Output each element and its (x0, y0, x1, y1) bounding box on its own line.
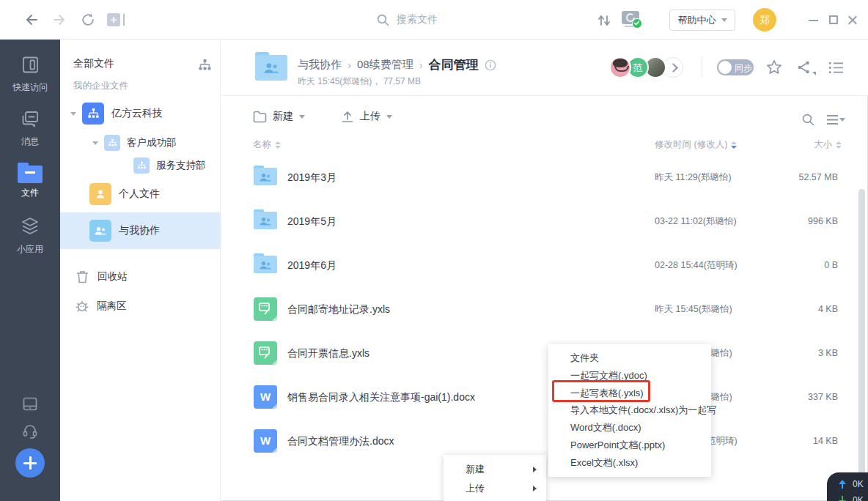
favorite-star-icon[interactable] (766, 59, 782, 75)
tree-node-service-support[interactable]: 服务支持部 (133, 157, 206, 174)
upload-button[interactable]: 上传 (341, 110, 392, 123)
view-list-icon[interactable] (828, 61, 844, 75)
new-button[interactable]: 新建 (253, 110, 305, 123)
help-center-button[interactable]: 帮助中心 (669, 10, 735, 31)
share-icon[interactable] (797, 60, 816, 76)
download-arrow-icon (839, 496, 846, 501)
submenu-arrow-icon (533, 467, 537, 472)
refresh-icon[interactable] (81, 12, 95, 27)
breadcrumb-item[interactable]: 与我协作 (298, 58, 342, 72)
tree-node-company[interactable]: 亿方云科技 (70, 103, 163, 125)
chevron-down-icon (839, 118, 845, 122)
word-doc-icon: W (254, 385, 277, 409)
vertical-scrollbar[interactable] (858, 189, 865, 487)
file-modified: 昨天 15:45(郑璐怡) (655, 287, 732, 331)
list-search-icon[interactable] (802, 114, 814, 126)
nav-messages[interactable]: 消息 (0, 110, 60, 148)
files-icon (18, 163, 43, 183)
support-headset-icon[interactable] (22, 423, 38, 439)
submenu-powerpoint[interactable]: PowerPoint文档(.pptx) (548, 437, 711, 454)
collaborator-avatar[interactable] (609, 56, 631, 78)
chevron-down-icon (721, 18, 727, 22)
column-label: 修改时间 (修改人) (655, 138, 727, 151)
org-structure-icon[interactable] (198, 59, 212, 72)
breadcrumb-item[interactable]: 08续费管理 (357, 58, 413, 72)
breadcrumb-separator: › (347, 59, 351, 71)
nav-mini-apps[interactable]: 小应用 (0, 216, 60, 256)
window-maximize-button[interactable] (829, 15, 838, 24)
department-icon (104, 135, 120, 151)
transfer-speed-widget[interactable]: 0K 0K (827, 472, 868, 501)
sort-icon (275, 141, 281, 149)
trash-icon (76, 270, 89, 283)
transfer-list-icon[interactable] (597, 13, 611, 28)
file-row[interactable]: W 销售易合同录入相关注意事项-gai(1).docx 昨天 15:45(郑璐怡… (221, 375, 868, 419)
add-button[interactable] (15, 448, 45, 478)
shared-folder-icon (254, 209, 277, 229)
submenu-word[interactable]: Word文档(.docx) (548, 419, 711, 437)
tree-node-personal-files[interactable]: 个人文件 (89, 183, 160, 205)
file-name: 销售易合同录入相关注意事项-gai(1).docx (287, 375, 475, 419)
new-tab-button[interactable]: + (107, 13, 120, 26)
text-cursor (123, 14, 125, 26)
column-header-size[interactable]: 大小 (814, 138, 842, 151)
sync-status-icon[interactable] (622, 10, 642, 29)
collapse-caret-icon[interactable] (92, 141, 98, 145)
list-filter-icon[interactable] (826, 114, 845, 126)
file-size: 52.57 MB (798, 155, 838, 199)
folder-tree-panel: 全部文件 我的企业文件 亿方云科技 客户成功部 服务支持部 (60, 40, 221, 501)
file-name: 合同邮寄地址记录.yxls (287, 287, 390, 331)
nav-quick-access[interactable]: 快速访问 (0, 55, 60, 94)
submenu-import-local[interactable]: 导入本地文件(.docx/.xlsx)为一起写 (548, 401, 711, 419)
search-placeholder: 搜索文件 (397, 13, 438, 26)
sort-icon (836, 141, 842, 149)
yxls-spreadsheet-icon (254, 297, 277, 321)
tree-quarantine[interactable]: 隔离区 (75, 298, 127, 313)
tree-label: 与我协作 (119, 224, 160, 237)
shared-folder-icon (254, 166, 277, 185)
context-menu-new[interactable]: 新建 (444, 460, 546, 479)
sync-toggle[interactable]: 同步 (717, 59, 754, 75)
file-row[interactable]: 合同邮寄地址记录.yxls 昨天 15:45(郑璐怡) 4 KB (221, 287, 868, 331)
file-name: 2019年5月 (287, 199, 336, 243)
tree-node-shared-with-me[interactable]: 与我协作 (89, 220, 160, 242)
submenu-folder[interactable]: 文件夹 (548, 349, 711, 367)
file-name: 2019年6月 (287, 243, 336, 287)
collapse-caret-icon[interactable] (70, 112, 76, 116)
forward-arrow-icon[interactable] (53, 12, 67, 27)
window-close-button[interactable] (847, 15, 858, 25)
file-row[interactable]: 2019年3月 昨天 11:29(郑璐怡) 52.57 MB (221, 155, 868, 199)
tree-all-files[interactable]: 全部文件 (73, 57, 114, 70)
tree-label: 服务支持部 (156, 159, 206, 172)
user-avatar[interactable]: 郑 (753, 8, 776, 31)
global-search[interactable]: 搜索文件 (377, 13, 438, 26)
tree-recycle-bin[interactable]: 回收站 (76, 270, 128, 284)
tree-node-customer-success[interactable]: 客户成功部 (92, 134, 177, 152)
window-minimize-button[interactable] (809, 20, 818, 21)
submenu-arrow-icon (533, 486, 537, 491)
column-header-name[interactable]: 名称 (253, 138, 281, 151)
file-size: 3 KB (818, 331, 838, 375)
new-submenu: 文件夹 一起写文档(.ydoc) 一起写表格(.yxls) 导入本地文件(.do… (548, 344, 711, 477)
tree-label: 客户成功部 (127, 136, 177, 149)
info-icon[interactable] (485, 59, 496, 71)
shared-folder-icon (255, 52, 287, 81)
file-row[interactable]: 合同开票信息.yxls 昨天 15:45(郑璐怡) 3 KB (221, 331, 868, 375)
submenu-excel[interactable]: Excel文档(.xlsx) (548, 454, 711, 472)
file-row[interactable]: 2019年5月 03-22 11:02(郑璐怡) 996 KB (221, 199, 868, 243)
chevron-down-icon (386, 115, 392, 119)
upload-icon (341, 110, 354, 123)
folder-header: 与我协作 › 08续费管理 › 合同管理 昨天 15:45(郑璐怡)， 77.5… (221, 40, 868, 96)
file-modified: 昨天 11:29(郑璐怡) (655, 155, 732, 199)
column-header-modified[interactable]: 修改时间 (修改人) (655, 138, 737, 151)
context-menu-upload[interactable]: 上传 (444, 479, 546, 498)
tree-label: 个人文件 (119, 188, 160, 201)
desktop-client-icon[interactable] (23, 397, 37, 411)
back-arrow-icon[interactable] (23, 12, 38, 27)
breadcrumb: 与我协作 › 08续费管理 › 合同管理 (298, 56, 496, 73)
department-icon (133, 157, 150, 174)
file-size: 996 KB (808, 199, 838, 243)
file-row[interactable]: 2019年6月 02-28 15:44(范明琦) 0 B (221, 243, 868, 287)
nav-files[interactable]: 文件 (0, 163, 60, 199)
people-icon (89, 220, 111, 242)
